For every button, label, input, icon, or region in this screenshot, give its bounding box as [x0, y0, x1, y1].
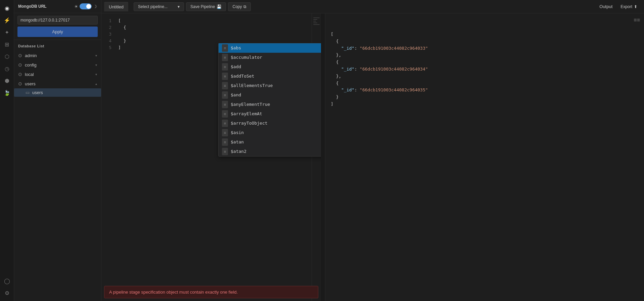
editor-scrollbar[interactable]	[321, 13, 325, 301]
autocomplete-icon-and: ≡	[222, 91, 228, 99]
collection-name-users: users	[32, 90, 43, 95]
sidebar-item-local[interactable]: ⊙ local ▾	[14, 70, 101, 79]
autocomplete-icon-atan: ≡	[222, 138, 228, 146]
code-line-3	[118, 31, 309, 38]
autocomplete-label-and: $and	[231, 92, 241, 98]
select-pipeline-chevron: ▾	[178, 4, 180, 9]
compass-icon[interactable]: ◉	[2, 3, 12, 13]
sidebar-item-config[interactable]: ⊙ config ▾	[14, 60, 101, 70]
save-pipeline-label: Save Pipeline	[190, 4, 215, 9]
sidebar: MongoDB URL ☀ ☽ Apply Database List ⊙ ad…	[14, 0, 101, 301]
settings-icon[interactable]: ⚙	[2, 288, 12, 298]
bookmark-icon[interactable]: ✦	[2, 27, 12, 38]
tab-untitled[interactable]: Untitled	[104, 2, 128, 11]
output-content: [ { "_id": "66dcb191003c44082c964033" },…	[325, 27, 644, 301]
connection-label: MongoDB URL	[18, 4, 47, 9]
sidebar-item-users[interactable]: ⊙ users ▴	[14, 79, 101, 88]
connect-icon[interactable]: ⚡	[2, 15, 12, 26]
autocomplete-item-allelementstrue[interactable]: ≡ $allElementsTrue	[219, 81, 321, 90]
output-label: Output	[599, 4, 612, 9]
grid-icon[interactable]: ⊞	[2, 39, 12, 50]
save-pipeline-button[interactable]: Save Pipeline 💾	[186, 2, 226, 11]
autocomplete-dropdown[interactable]: ≡ $abs ≡ $accumulator ≡ $add ≡ $addToSet…	[218, 43, 321, 157]
autocomplete-item-asin[interactable]: ≡ $asin	[219, 128, 321, 137]
output-id-key-1: "_id"	[341, 46, 354, 51]
theme-toggle[interactable]: ☀ ☽	[74, 3, 97, 9]
autocomplete-item-arraytoobject[interactable]: ≡ $arrayToObject	[219, 119, 321, 128]
autocomplete-item-abs[interactable]: ≡ $abs	[219, 43, 321, 53]
user-icon[interactable]: ◯	[2, 275, 12, 286]
icon-bar: ◉ ⚡ ✦ ⊞ ⬡ ◷ ⬢ 🍃 ◯ ⚙	[0, 0, 14, 301]
database-icon-config: ⊙	[18, 62, 22, 68]
autocomplete-icon-arrayelemat: ≡	[222, 110, 228, 118]
autocomplete-item-atan2[interactable]: ≡ $atan2	[219, 147, 321, 156]
toolbar-actions: Select pipeline... ▾ Save Pipeline 💾 Cop…	[134, 2, 251, 11]
database-list: Database List ⊙ admin ▾ ⊙ config ▾ ⊙ loc…	[14, 40, 101, 301]
select-pipeline-button[interactable]: Select pipeline... ▾	[134, 2, 184, 11]
code-line-2: {	[118, 24, 309, 31]
copy-button[interactable]: Copy ⧉	[228, 2, 251, 11]
sidebar-header-icons: ☀ ☽	[74, 3, 97, 9]
autocomplete-item-and[interactable]: ≡ $and	[219, 90, 321, 100]
autocomplete-item-arrayelemat[interactable]: ≡ $arrayElemAt	[219, 109, 321, 119]
database-icon-admin: ⊙	[18, 53, 22, 58]
autocomplete-label-arraytoobject: $arrayToObject	[231, 120, 268, 127]
autocomplete-label-accumulator: $accumulator	[231, 54, 262, 61]
sun-icon: ☀	[74, 4, 78, 9]
select-pipeline-label: Select pipeline...	[138, 4, 168, 9]
copy-label: Copy	[232, 4, 242, 9]
autocomplete-icon-anyelementtrue: ≡	[222, 101, 228, 108]
apply-button[interactable]: Apply	[17, 27, 98, 37]
export-label: Export	[620, 4, 632, 9]
chevron-admin: ▾	[95, 54, 97, 57]
export-icon: ⬆	[634, 4, 637, 9]
clock-icon[interactable]: ◷	[2, 63, 12, 74]
code-line-1: [	[118, 17, 309, 24]
autocomplete-item-anyelementtrue[interactable]: ≡ $anyElementTrue	[219, 100, 321, 109]
autocomplete-item-addtoset[interactable]: ≡ $addToSet	[219, 72, 321, 81]
minimap-toggle[interactable]: ≡≡	[634, 17, 640, 23]
autocomplete-item-atan[interactable]: ≡ $atan	[219, 137, 321, 147]
plugin-icon[interactable]: ⬢	[2, 75, 12, 86]
chevron-local: ▾	[95, 73, 97, 76]
copy-icon: ⧉	[243, 4, 246, 9]
database-name-config: config	[25, 62, 37, 68]
chevron-config: ▾	[95, 63, 97, 67]
database-name-users: users	[25, 81, 36, 86]
output-panel: ≡≡ [ { "_id": "66dcb191003c44082c964033"…	[325, 13, 644, 301]
error-message: A pipeline stage specification object mu…	[109, 290, 238, 295]
output-open-bracket: [	[331, 32, 333, 37]
export-button[interactable]: Export ⬆	[616, 3, 641, 11]
url-input[interactable]	[17, 16, 98, 25]
main-content: Untitled Select pipeline... ▾ Save Pipel…	[101, 0, 644, 301]
collection-item-users[interactable]: ▭ users	[14, 88, 101, 97]
toggle-switch[interactable]	[80, 3, 92, 9]
autocomplete-item-accumulator[interactable]: ≡ $accumulator	[219, 53, 321, 62]
database-icon-local: ⊙	[18, 72, 22, 77]
autocomplete-label-addtoset: $addToSet	[231, 73, 254, 80]
output-id-value-2: "66dcb191003c44082c964034"	[360, 67, 428, 72]
autocomplete-icon-addtoset: ≡	[222, 73, 228, 80]
autocomplete-label-asin: $asin	[231, 129, 244, 136]
autocomplete-label-add: $add	[231, 63, 241, 70]
database-list-title: Database List	[14, 43, 101, 51]
pipeline-icon[interactable]: ⬡	[2, 51, 12, 62]
autocomplete-icon-arraytoobject: ≡	[222, 120, 228, 127]
output-id-value-3: "66dcb191003c44082c964035"	[360, 87, 428, 92]
sidebar-item-admin[interactable]: ⊙ admin ▾	[14, 51, 101, 60]
output-id-key-2: "_id"	[341, 67, 354, 72]
url-input-area: Apply	[14, 13, 101, 40]
autocomplete-icon-atan2: ≡	[222, 148, 228, 155]
database-name-admin: admin	[25, 53, 37, 58]
toolbar: Untitled Select pipeline... ▾ Save Pipel…	[101, 0, 644, 13]
autocomplete-icon-add: ≡	[222, 63, 228, 71]
autocomplete-item-add[interactable]: ≡ $add	[219, 62, 321, 72]
database-icon-users: ⊙	[18, 81, 22, 86]
output-close-bracket: ]	[331, 101, 333, 106]
autocomplete-label-abs: $abs	[231, 45, 241, 51]
moon-icon: ☽	[93, 4, 97, 9]
code-editor[interactable]: 1 2 3 4 5 [ { } ]	[101, 13, 321, 301]
error-bar: A pipeline stage specification object mu…	[104, 286, 318, 298]
autocomplete-icon-abs: ≡	[222, 44, 228, 52]
leaf-icon[interactable]: 🍃	[2, 87, 12, 98]
